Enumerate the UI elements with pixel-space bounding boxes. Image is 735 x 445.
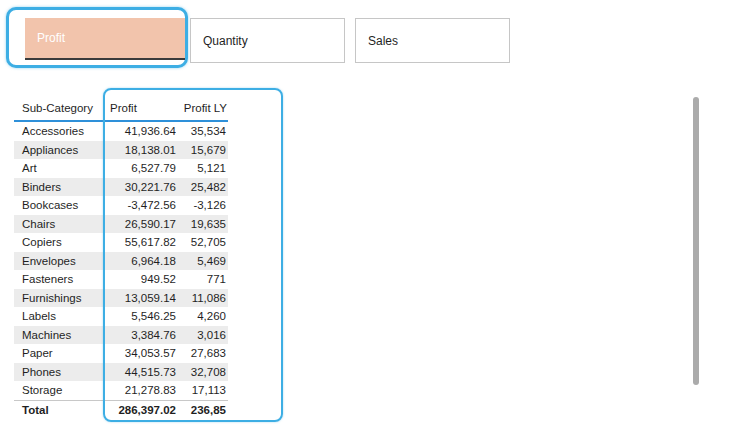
row-profit: 949.52 — [104, 273, 176, 285]
row-profit-ly: 27,683 — [176, 347, 228, 359]
row-profit-ly: 771 — [176, 273, 228, 285]
row-profit: 21,278.83 — [104, 384, 176, 396]
row-profit: 6,964.18 — [104, 255, 176, 267]
table-row[interactable]: Labels5,546.254,260 — [14, 307, 228, 326]
table-row[interactable]: Fasteners949.52771 — [14, 270, 228, 289]
table-row[interactable]: Art6,527.795,121 — [14, 159, 228, 178]
row-category: Envelopes — [14, 255, 104, 267]
row-profit-ly: -3,126 — [176, 199, 228, 211]
table-row[interactable]: Bookcases-3,472.56-3,126 — [14, 196, 228, 215]
row-profit: 18,138.01 — [104, 144, 176, 156]
row-profit-ly: 25,482 — [176, 181, 228, 193]
row-profit-ly: 11,086 — [176, 292, 228, 304]
table-row[interactable]: Storage21,278.8317,113 — [14, 381, 228, 400]
row-profit-ly: 5,469 — [176, 255, 228, 267]
row-profit: 6,527.79 — [104, 162, 176, 174]
table-row[interactable]: Chairs26,590.1719,635 — [14, 215, 228, 234]
row-profit-ly: 35,534 — [176, 125, 228, 137]
row-profit: -3,472.56 — [104, 199, 176, 211]
row-category: Paper — [14, 347, 104, 359]
row-profit: 55,617.82 — [104, 236, 176, 248]
slicer-button-quantity-label: Quantity — [203, 34, 248, 48]
slicer-button-profit[interactable]: Profit — [25, 18, 185, 60]
slicer-button-sales-label: Sales — [368, 34, 398, 48]
row-profit-ly: 4,260 — [176, 310, 228, 322]
table-row[interactable]: Furnishings13,059.1411,086 — [14, 289, 228, 308]
row-profit: 5,546.25 — [104, 310, 176, 322]
table-row[interactable]: Binders30,221.7625,482 — [14, 178, 228, 197]
row-profit: 26,590.17 — [104, 218, 176, 230]
table-row[interactable]: Machines3,384.763,016 — [14, 326, 228, 345]
row-category: Labels — [14, 310, 104, 322]
table-row[interactable]: Accessories41,936.6435,534 — [14, 122, 228, 141]
row-category: Chairs — [14, 218, 104, 230]
profit-button-selection-outline: Profit — [6, 7, 188, 68]
row-profit: 44,515.73 — [104, 366, 176, 378]
slicer-button-sales[interactable]: Sales — [355, 18, 510, 63]
row-profit: 13,059.14 — [104, 292, 176, 304]
table-total-row[interactable]: Total 286,397.02 236,85 — [14, 400, 228, 419]
table-visual: Sub-Category Profit Profit LY Accessorie… — [14, 95, 228, 419]
total-label: Total — [14, 404, 104, 416]
table-header-row: Sub-Category Profit Profit LY — [14, 95, 228, 122]
column-header-sub-category[interactable]: Sub-Category — [14, 102, 104, 114]
row-profit-ly: 19,635 — [176, 218, 228, 230]
table-body: Accessories41,936.6435,534Appliances18,1… — [14, 122, 228, 400]
row-category: Furnishings — [14, 292, 104, 304]
slicer-button-quantity[interactable]: Quantity — [190, 18, 345, 63]
total-profit-ly: 236,85 — [176, 404, 228, 416]
row-profit: 3,384.76 — [104, 329, 176, 341]
row-profit: 34,053.57 — [104, 347, 176, 359]
row-category: Copiers — [14, 236, 104, 248]
row-category: Machines — [14, 329, 104, 341]
row-category: Appliances — [14, 144, 104, 156]
table-row[interactable]: Paper34,053.5727,683 — [14, 344, 228, 363]
column-header-profit[interactable]: Profit — [104, 102, 176, 114]
row-profit: 41,936.64 — [104, 125, 176, 137]
table-row[interactable]: Phones44,515.7332,708 — [14, 363, 228, 382]
row-profit-ly: 15,679 — [176, 144, 228, 156]
row-profit-ly: 32,708 — [176, 366, 228, 378]
row-category: Art — [14, 162, 104, 174]
column-header-profit-ly[interactable]: Profit LY — [176, 102, 228, 114]
row-profit-ly: 52,705 — [176, 236, 228, 248]
total-profit: 286,397.02 — [104, 404, 176, 416]
slicer-button-profit-label: Profit — [37, 31, 65, 45]
table-row[interactable]: Copiers55,617.8252,705 — [14, 233, 228, 252]
row-profit-ly: 3,016 — [176, 329, 228, 341]
row-profit-ly: 5,121 — [176, 162, 228, 174]
table-row[interactable]: Envelopes6,964.185,469 — [14, 252, 228, 271]
report-canvas: Profit Quantity Sales Sub-Category Profi… — [0, 0, 735, 445]
row-profit-ly: 17,113 — [176, 384, 228, 396]
row-category: Phones — [14, 366, 104, 378]
row-category: Fasteners — [14, 273, 104, 285]
row-category: Bookcases — [14, 199, 104, 211]
vertical-scrollbar-thumb[interactable] — [693, 97, 699, 385]
row-profit: 30,221.76 — [104, 181, 176, 193]
table-row[interactable]: Appliances18,138.0115,679 — [14, 141, 228, 160]
row-category: Accessories — [14, 125, 104, 137]
row-category: Storage — [14, 384, 104, 396]
row-category: Binders — [14, 181, 104, 193]
